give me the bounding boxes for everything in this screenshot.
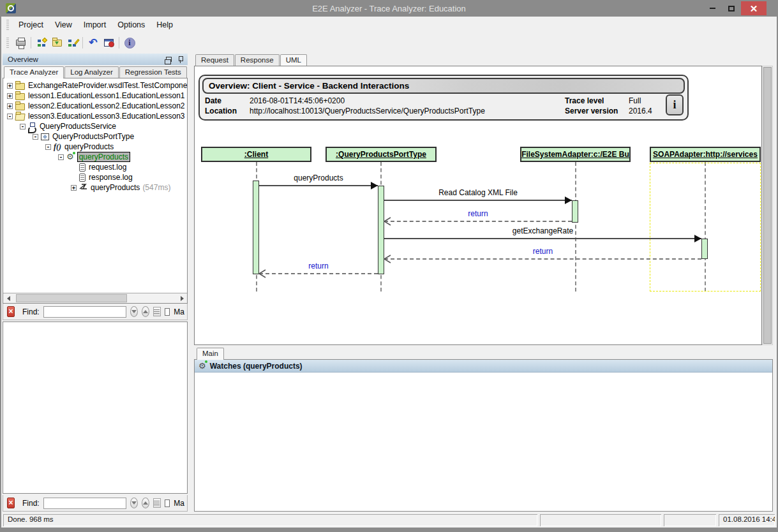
collapse-icon[interactable] [45, 144, 51, 150]
message-queryproducts[interactable] [259, 185, 378, 186]
message-label: queryProducts [259, 174, 378, 182]
tab-log-analyzer[interactable]: Log Analyzer [64, 66, 119, 78]
trace-window-button[interactable] [101, 36, 116, 50]
tree-item[interactable]: response.log [3, 172, 187, 182]
find-options-button[interactable] [153, 498, 161, 508]
tab-uml[interactable]: UML [280, 54, 307, 66]
info-button[interactable]: i [123, 36, 137, 50]
expand-icon[interactable] [7, 83, 13, 89]
toolbar-grip[interactable] [6, 38, 9, 48]
find-next-button[interactable] [130, 498, 138, 508]
tree-item[interactable]: QueryProductsService [3, 121, 187, 131]
minimize-button[interactable] [703, 2, 722, 15]
collapse-icon[interactable] [7, 114, 13, 119]
message-read-catalog[interactable] [384, 200, 572, 201]
open-arrowhead-icon [258, 269, 266, 281]
menu-grip[interactable] [6, 20, 9, 30]
undo-button[interactable]: ↶ [86, 36, 100, 50]
server-version-label: Server version [565, 106, 629, 116]
scroll-left-icon[interactable] [3, 293, 13, 303]
tab-main[interactable]: Main [197, 348, 224, 360]
find-input[interactable] [43, 498, 126, 509]
arrowhead-icon [694, 235, 701, 242]
uml-sequence-diagram[interactable]: Overview: Client - Service - Backend Int… [194, 66, 762, 345]
print-button[interactable] [13, 36, 27, 50]
close-button[interactable]: ✕ [741, 1, 767, 15]
diagram-info-button[interactable]: i [666, 94, 684, 115]
detail-panel [3, 321, 188, 494]
scrollbar-thumb[interactable] [16, 294, 127, 302]
diagram-info-box: Overview: Client - Service - Backend Int… [198, 75, 689, 121]
activation-filesystemadapter[interactable] [572, 200, 578, 223]
tab-response[interactable]: Response [235, 54, 280, 66]
tree-item[interactable]: lesson3.EducationLesson3.EducationLesson… [3, 111, 187, 121]
lifeline-head-client[interactable]: :Client [201, 147, 311, 162]
collapse-icon[interactable] [20, 124, 26, 129]
app-window: E2E Analyzer - Trace Analyzer: Education… [0, 0, 778, 532]
tree-item-label: QueryProductsPortType [52, 132, 134, 141]
tab-request[interactable]: Request [195, 54, 234, 66]
message-return-soap[interactable] [384, 258, 701, 260]
menu-help[interactable]: Help [151, 18, 179, 32]
float-window-icon[interactable] [166, 57, 172, 62]
menu-project[interactable]: Project [13, 18, 49, 32]
find-previous-button[interactable] [142, 306, 149, 317]
match-case-checkbox[interactable] [165, 308, 170, 316]
find-input[interactable] [43, 306, 126, 318]
tree-item[interactable]: lesson2.EducationLesson2.EducationLesson… [3, 101, 187, 111]
tree-horizontal-scrollbar[interactable] [3, 293, 187, 303]
expand-icon[interactable] [7, 103, 13, 109]
scrollbar-thumb[interactable] [763, 67, 772, 344]
tree-item[interactable]: ExchangeRateProvider.wsdlTest.TestCompon… [3, 80, 187, 91]
tab-regression-tests[interactable]: Regression Tests [119, 66, 187, 78]
lifeline-head-soapadapter[interactable]: SOAPAdapter:http://services [650, 147, 761, 162]
activation-client[interactable] [253, 181, 259, 274]
tree-item[interactable]: request.log [3, 162, 187, 172]
find-close-icon[interactable]: × [7, 498, 15, 508]
collapse-icon[interactable] [58, 154, 64, 160]
overview-panel-title: Overview [8, 55, 38, 63]
match-case-label: Ma [174, 499, 184, 508]
expand-icon[interactable] [71, 185, 77, 191]
tree-item-label: request.log [89, 163, 126, 172]
uml-vertical-scrollbar[interactable] [762, 66, 773, 345]
menu-view[interactable]: View [49, 18, 78, 32]
match-case-checkbox[interactable] [165, 499, 170, 507]
down-arrow-icon [131, 310, 137, 313]
new-analysis-button[interactable] [34, 36, 49, 50]
pin-icon[interactable] [178, 56, 183, 63]
message-getexchangerate[interactable] [384, 238, 701, 239]
tab-trace-analyzer[interactable]: Trace Analyzer [4, 66, 64, 78]
import-button[interactable] [50, 36, 64, 50]
activation-soapadapter[interactable] [701, 239, 708, 259]
find-previous-button[interactable] [142, 498, 149, 508]
collapse-icon[interactable] [33, 134, 38, 140]
edit-analysis-button[interactable] [65, 36, 79, 50]
find-next-button[interactable] [130, 306, 138, 317]
arrowhead-icon [371, 182, 378, 189]
tree-item-label: lesson1.EducationLesson1.EducationLesson… [28, 91, 185, 100]
message-return-fs[interactable] [384, 221, 572, 222]
arrowhead-icon [565, 196, 572, 204]
tree-item-selected[interactable]: queryProducts [3, 152, 187, 162]
maximize-icon [728, 6, 735, 11]
maximize-button[interactable] [722, 2, 741, 15]
title-bar: E2E Analyzer - Trace Analyzer: Education… [1, 0, 777, 17]
menu-import[interactable]: Import [78, 18, 112, 32]
function-icon [54, 142, 61, 152]
lifeline-head-filesystemadapter[interactable]: FileSystemAdapter:c:/E2E Bu [520, 147, 631, 162]
find-close-icon[interactable]: × [7, 306, 15, 317]
menu-bar: Project View Import Options Help [1, 17, 777, 33]
watches-body[interactable] [195, 373, 772, 511]
tree-item[interactable]: queryProducts [3, 142, 187, 152]
minimize-icon [710, 8, 715, 9]
message-return-client[interactable] [259, 273, 378, 274]
panel-splitter[interactable] [188, 52, 194, 513]
expand-icon[interactable] [7, 93, 13, 99]
tree-item[interactable]: queryProducts(547ms) [3, 182, 187, 193]
tree-item[interactable]: lesson1.EducationLesson1.EducationLesson… [3, 91, 187, 101]
scroll-right-icon[interactable] [177, 293, 187, 303]
menu-options[interactable]: Options [112, 18, 151, 32]
lifeline-head-porttype[interactable]: :QueryProductsPortType [325, 147, 437, 162]
find-options-button[interactable] [153, 307, 161, 316]
